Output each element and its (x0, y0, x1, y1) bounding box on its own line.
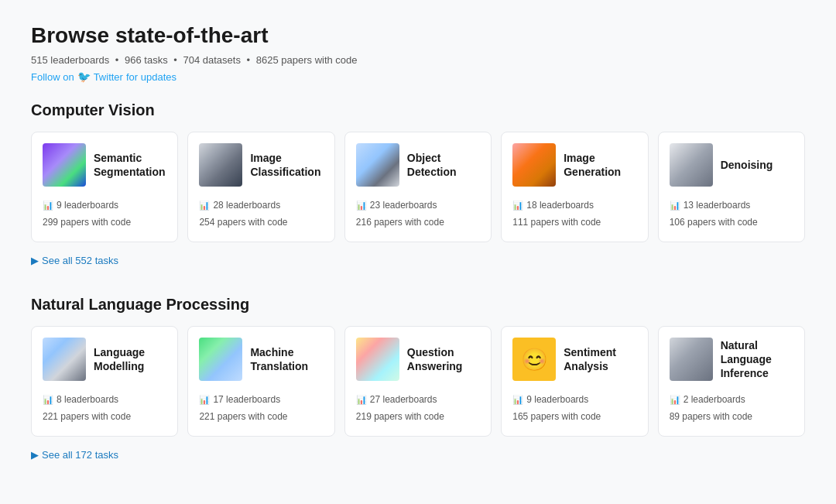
card-stats-semantic-segmentation: 📊 9 leaderboards299 papers with code (43, 197, 166, 231)
card-stats-language-modelling: 📊 8 leaderboards221 papers with code (43, 392, 166, 425)
datasets-count: 704 datasets (183, 54, 240, 66)
page-title: Browse state-of-the-art (31, 23, 805, 48)
papers-stat-denoising: 106 papers with code (670, 214, 793, 231)
leaderboards-stat-denoising: 📊 13 leaderboards (670, 197, 793, 214)
leaderboard-icon: 📊 (512, 198, 523, 214)
leaderboards-stat-sentiment-analysis: 📊 9 leaderboards (512, 392, 636, 409)
card-title-machine-translation: Machine Translation (250, 345, 323, 373)
leaderboard-icon: 📊 (356, 198, 367, 214)
leaderboard-count: 13 leaderboards (684, 197, 751, 214)
card-header-image-generation: Image Generation (512, 143, 636, 187)
card-title-denoising: Denoising (721, 158, 773, 172)
card-thumb-natural-language-inference (670, 338, 713, 381)
leaderboard-icon: 📊 (43, 198, 53, 214)
leaderboards-count: 515 leaderboards (31, 54, 109, 66)
card-stats-sentiment-analysis: 📊 9 leaderboards165 papers with code (512, 392, 636, 425)
leaderboard-count: 9 leaderboards (526, 392, 588, 409)
for-updates-text: for updates (126, 71, 176, 83)
card-language-modelling[interactable]: Language Modelling📊 8 leaderboards221 pa… (31, 326, 178, 437)
card-title-sentiment-analysis: Sentiment Analysis (564, 345, 636, 373)
papers-stat-image-classification: 254 papers with code (199, 214, 323, 231)
papers-stat-semantic-segmentation: 299 papers with code (43, 214, 166, 231)
leaderboard-count: 28 leaderboards (213, 197, 280, 214)
card-thumb-object-detection (356, 143, 399, 187)
leaderboard-icon: 📊 (670, 393, 680, 408)
leaderboard-icon: 📊 (356, 393, 367, 408)
card-natural-language-inference[interactable]: Natural Language Inference📊 2 leaderboar… (658, 326, 805, 437)
leaderboard-count: 9 leaderboards (57, 197, 118, 214)
leaderboards-stat-object-detection: 📊 23 leaderboards (356, 197, 480, 214)
section-nlp: Natural Language ProcessingLanguage Mode… (31, 296, 805, 482)
card-title-natural-language-inference: Natural Language Inference (721, 338, 793, 381)
cards-grid-nlp: Language Modelling📊 8 leaderboards221 pa… (31, 326, 805, 437)
card-stats-denoising: 📊 13 leaderboards106 papers with code (670, 197, 793, 231)
card-header-sentiment-analysis: 😊Sentiment Analysis (512, 338, 636, 381)
leaderboard-icon: 📊 (512, 393, 523, 408)
sections-container: Computer VisionSemantic Segmentation📊 9 … (31, 101, 805, 482)
see-all-computer-vision[interactable]: ▶See all 552 tasks (31, 255, 118, 266)
leaderboard-icon: 📊 (199, 393, 210, 408)
leaderboards-stat-machine-translation: 📊 17 leaderboards (199, 392, 323, 409)
follow-text: Follow on (31, 71, 74, 83)
leaderboard-count: 27 leaderboards (370, 392, 437, 409)
twitter-platform: Twitter (94, 71, 123, 83)
card-header-image-classification: Image Classification (199, 143, 323, 187)
card-image-classification[interactable]: Image Classification📊 28 leaderboards254… (187, 132, 334, 242)
card-header-semantic-segmentation: Semantic Segmentation (43, 143, 166, 187)
papers-stat-image-generation: 111 papers with code (512, 214, 636, 231)
cards-grid-computer-vision: Semantic Segmentation📊 9 leaderboards299… (31, 132, 805, 242)
twitter-icon: 🐦 (77, 70, 91, 83)
leaderboard-count: 18 leaderboards (526, 197, 594, 214)
card-title-question-answering: Question Answering (407, 345, 480, 373)
leaderboard-icon: 📊 (199, 198, 210, 214)
card-stats-machine-translation: 📊 17 leaderboards221 papers with code (199, 392, 323, 425)
leaderboard-icon: 📊 (43, 393, 53, 408)
card-stats-image-classification: 📊 28 leaderboards254 papers with code (199, 197, 323, 231)
papers-stat-question-answering: 219 papers with code (356, 409, 480, 426)
card-image-generation[interactable]: Image Generation📊 18 leaderboards111 pap… (501, 132, 648, 242)
card-thumb-sentiment-analysis: 😊 (512, 338, 556, 381)
stats-bar: 515 leaderboards • 966 tasks • 704 datas… (31, 54, 805, 66)
leaderboard-count: 17 leaderboards (213, 392, 280, 409)
section-computer-vision: Computer VisionSemantic Segmentation📊 9 … (31, 101, 805, 288)
leaderboards-stat-image-generation: 📊 18 leaderboards (512, 197, 636, 214)
leaderboard-icon: 📊 (670, 198, 680, 214)
card-object-detection[interactable]: Object Detection📊 23 leaderboards216 pap… (344, 132, 492, 242)
section-title-computer-vision: Computer Vision (31, 101, 805, 119)
card-title-semantic-segmentation: Semantic Segmentation (94, 151, 166, 179)
leaderboards-stat-language-modelling: 📊 8 leaderboards (43, 392, 166, 409)
card-stats-question-answering: 📊 27 leaderboards219 papers with code (356, 392, 480, 425)
card-stats-natural-language-inference: 📊 2 leaderboards89 papers with code (670, 392, 793, 425)
card-stats-image-generation: 📊 18 leaderboards111 papers with code (512, 197, 636, 231)
twitter-follow-link[interactable]: Follow on 🐦 Twitter for updates (31, 70, 805, 83)
papers-stat-machine-translation: 221 papers with code (199, 409, 323, 426)
leaderboard-count: 8 leaderboards (57, 392, 118, 409)
card-thumb-image-classification (199, 143, 242, 187)
sep3: • (247, 54, 251, 66)
card-header-object-detection: Object Detection (356, 143, 480, 187)
card-thumb-machine-translation (199, 338, 242, 381)
card-semantic-segmentation[interactable]: Semantic Segmentation📊 9 leaderboards299… (31, 132, 178, 242)
card-question-answering[interactable]: Question Answering📊 27 leaderboards219 p… (344, 326, 492, 437)
card-header-question-answering: Question Answering (356, 338, 480, 381)
leaderboards-stat-natural-language-inference: 📊 2 leaderboards (670, 392, 793, 409)
card-machine-translation[interactable]: Machine Translation📊 17 leaderboards221 … (187, 326, 334, 437)
papers-stat-object-detection: 216 papers with code (356, 214, 480, 231)
leaderboard-count: 23 leaderboards (370, 197, 437, 214)
card-denoising[interactable]: Denoising📊 13 leaderboards106 papers wit… (658, 132, 805, 242)
card-sentiment-analysis[interactable]: 😊Sentiment Analysis📊 9 leaderboards165 p… (501, 326, 648, 437)
card-stats-object-detection: 📊 23 leaderboards216 papers with code (356, 197, 480, 231)
see-all-nlp[interactable]: ▶See all 172 tasks (31, 449, 118, 461)
papers-count: 8625 papers with code (256, 54, 358, 66)
sep2: • (173, 54, 177, 66)
leaderboard-count: 2 leaderboards (684, 392, 745, 409)
card-header-denoising: Denoising (670, 143, 793, 187)
leaderboards-stat-question-answering: 📊 27 leaderboards (356, 392, 480, 409)
card-header-natural-language-inference: Natural Language Inference (670, 338, 793, 381)
papers-stat-language-modelling: 221 papers with code (43, 409, 166, 426)
card-thumb-image-generation (512, 143, 556, 187)
card-thumb-semantic-segmentation (43, 143, 86, 187)
leaderboards-stat-semantic-segmentation: 📊 9 leaderboards (43, 197, 166, 214)
card-header-machine-translation: Machine Translation (199, 338, 323, 381)
tasks-count: 966 tasks (125, 54, 168, 66)
